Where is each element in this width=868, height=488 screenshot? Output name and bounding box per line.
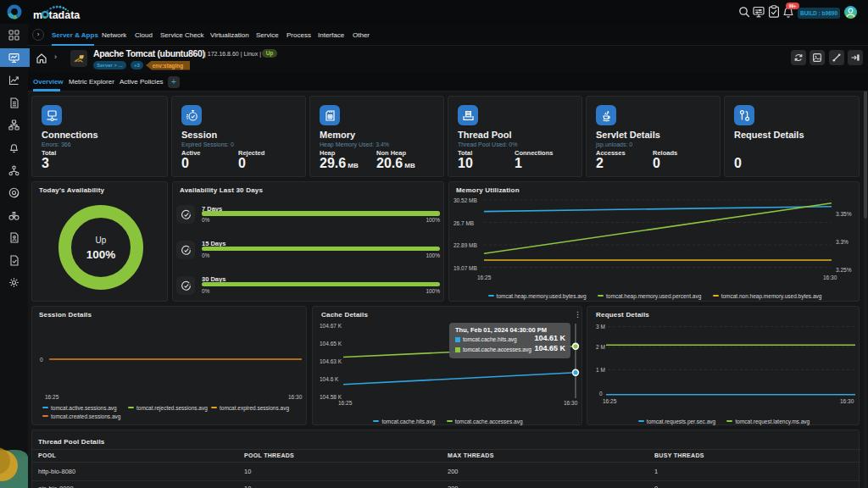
svg-text:16:25: 16:25 (477, 274, 492, 280)
svg-text:3 M: 3 M (596, 324, 605, 330)
svg-text:104.65 K: 104.65 K (320, 341, 342, 347)
svg-text:104.63 K: 104.63 K (320, 358, 342, 364)
svg-text:16:30: 16:30 (564, 400, 578, 406)
svg-text:2 M: 2 M (596, 344, 605, 350)
svg-text:100%: 100% (86, 248, 116, 261)
svg-text:104.6 K: 104.6 K (320, 376, 339, 382)
svg-text:3.3%: 3.3% (836, 239, 849, 245)
svg-text:0: 0 (40, 357, 43, 363)
svg-text:tadata: tadata (49, 9, 81, 21)
svg-text:Up: Up (96, 236, 107, 245)
svg-text:0: 0 (599, 391, 603, 396)
svg-text:19.07 MB: 19.07 MB (453, 265, 477, 271)
svg-text:104.67 K: 104.67 K (320, 323, 342, 329)
svg-text:1 M: 1 M (596, 367, 605, 373)
svg-text:22.89 MB: 22.89 MB (453, 242, 477, 248)
svg-text:16:30: 16:30 (288, 394, 303, 400)
svg-text:m: m (33, 9, 42, 21)
svg-text:16:25: 16:25 (603, 398, 617, 404)
svg-text:16:30: 16:30 (823, 274, 837, 280)
svg-text:3.35%: 3.35% (836, 211, 852, 217)
svg-text:16:25: 16:25 (338, 400, 353, 406)
svg-text:3.25%: 3.25% (836, 267, 852, 273)
svg-text:26.7 MB: 26.7 MB (453, 220, 474, 226)
svg-text:16:25: 16:25 (45, 394, 59, 400)
svg-text:30.52 MB: 30.52 MB (453, 197, 477, 203)
svg-text:104.58 K: 104.58 K (320, 394, 342, 400)
svg-text:16:30: 16:30 (840, 398, 854, 404)
